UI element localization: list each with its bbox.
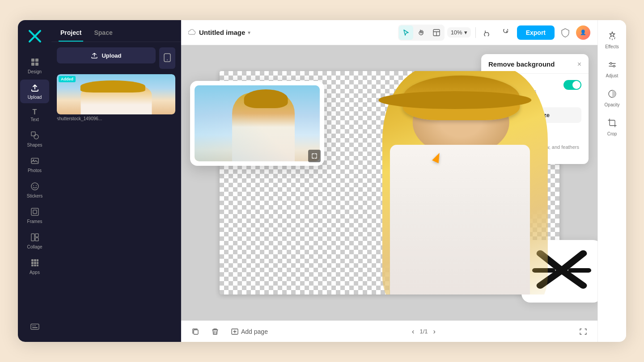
mobile-view-btn[interactable] [159, 47, 175, 69]
sidebar-item-text[interactable]: T Text [20, 105, 49, 126]
svg-rect-15 [35, 238, 38, 241]
sidebar-item-shapes[interactable]: Shapes [20, 127, 49, 151]
svg-rect-2 [31, 63, 34, 66]
duplicate-page-btn[interactable] [188, 326, 203, 337]
toggle-knob [572, 81, 580, 89]
cloud-icon [188, 29, 196, 37]
tab-space[interactable]: Space [92, 25, 114, 42]
remove-bg-close-btn[interactable]: × [577, 61, 581, 68]
svg-rect-0 [31, 59, 34, 62]
page-indicator: 1/1 [419, 328, 428, 335]
svg-rect-3 [35, 63, 38, 66]
toolbar-tools: 10% ▾ [398, 25, 512, 41]
opacity-label: Opacity [605, 102, 620, 107]
upload-button[interactable]: Upload [57, 47, 156, 63]
stickers-icon [30, 182, 39, 192]
redo-btn[interactable] [497, 25, 512, 40]
prev-page-btn[interactable]: ‹ [410, 326, 416, 337]
sidebar-item-photos[interactable]: Photos [20, 153, 49, 177]
adjust-icon [607, 60, 617, 72]
frames-label: Frames [27, 219, 42, 224]
sidebar-item-keyboard[interactable] [20, 320, 49, 335]
svg-rect-13 [31, 234, 34, 241]
tool-group [398, 25, 445, 41]
auto-removal-toggle[interactable] [564, 80, 581, 90]
svg-rect-16 [31, 259, 34, 261]
svg-rect-30 [164, 54, 170, 62]
media-item[interactable]: Added shutterstock_149096... [57, 74, 175, 121]
bottom-right [576, 326, 590, 337]
undo-btn[interactable] [480, 25, 495, 40]
adjust-btn[interactable]: Adjust [600, 56, 625, 82]
sidebar: Project Space Upload [51, 20, 181, 342]
svg-rect-14 [35, 234, 38, 237]
layout-tool-btn[interactable] [429, 25, 444, 40]
zoom-value: 10% [451, 29, 462, 36]
sidebar-item-upload[interactable]: Upload [20, 80, 49, 103]
sidebar-item-collage[interactable]: Collage [20, 229, 49, 253]
upload-label: Upload [28, 95, 42, 100]
frames-icon [30, 207, 39, 218]
app-logo[interactable] [26, 27, 44, 45]
svg-rect-11 [31, 208, 38, 215]
design-icon [30, 58, 39, 68]
design-label: Design [28, 69, 42, 74]
next-page-btn[interactable]: › [432, 326, 437, 337]
svg-rect-12 [33, 210, 37, 214]
user-avatar[interactable]: 👤 [576, 25, 590, 40]
right-toolbar: Effects Adjust Opacity [597, 20, 626, 342]
tab-project[interactable]: Project [59, 25, 83, 42]
shield-btn[interactable] [558, 25, 572, 40]
svg-point-8 [31, 183, 38, 190]
zoom-dropdown-icon: ▾ [464, 29, 467, 36]
add-page-label: Add page [241, 328, 268, 335]
page-navigation: ‹ 1/1 › [277, 326, 571, 337]
svg-point-44 [613, 65, 615, 67]
title-dropdown-icon[interactable]: ▾ [248, 29, 250, 36]
sidebar-item-frames[interactable]: Frames [20, 204, 49, 227]
svg-rect-1 [35, 59, 38, 62]
opacity-btn[interactable]: Opacity [600, 85, 625, 111]
select-tool-btn[interactable] [399, 25, 413, 40]
svg-rect-20 [34, 262, 36, 264]
sidebar-item-design[interactable]: Design [20, 54, 49, 78]
hand-tool-btn[interactable] [414, 25, 428, 40]
apps-icon [30, 258, 39, 269]
icon-bar: Design Upload T Text Shapes [18, 20, 51, 342]
effects-btn[interactable]: Effects [600, 27, 625, 53]
cursor-indicator [434, 152, 441, 162]
icon-bar-bottom [20, 320, 49, 335]
crop-label: Crop [607, 131, 617, 136]
zoom-control[interactable]: 10% ▾ [447, 27, 471, 38]
effects-label: Effects [605, 44, 619, 49]
svg-rect-23 [34, 265, 36, 266]
shapes-icon [30, 131, 39, 141]
fit-view-btn[interactable] [576, 326, 590, 337]
photos-icon [30, 156, 39, 167]
text-icon: T [33, 109, 37, 116]
adjust-label: Adjust [606, 73, 619, 78]
sidebar-content: Upload [51, 42, 181, 342]
sidebar-tabs: Project Space [51, 20, 181, 42]
doc-title: Untitled image [199, 29, 245, 36]
main-content: Untitled image ▾ [181, 20, 597, 342]
text-label: Text [30, 117, 38, 122]
canvas-area[interactable]: Remove background × Auto removal Remove … [181, 45, 597, 320]
export-btn[interactable]: Export [517, 25, 555, 40]
crop-btn[interactable]: Crop [600, 114, 625, 140]
remove-bg-title: Remove background [488, 60, 555, 68]
preview-expand-btn[interactable] [308, 150, 321, 162]
added-badge: Added [59, 76, 76, 82]
add-page-btn[interactable]: Add page [228, 326, 271, 337]
media-item-label: shutterstock_149096... [57, 116, 175, 121]
avatar-initials: 👤 [580, 29, 586, 35]
sidebar-item-apps[interactable]: Apps [20, 255, 49, 278]
preview-image [195, 85, 320, 161]
sidebar-item-stickers[interactable]: Stickers [20, 178, 49, 202]
svg-rect-37 [194, 330, 198, 334]
svg-rect-22 [31, 265, 34, 266]
delete-page-btn[interactable] [208, 326, 222, 337]
preview-card [190, 81, 324, 166]
stickers-label: Stickers [27, 194, 43, 198]
svg-point-9 [33, 185, 34, 186]
